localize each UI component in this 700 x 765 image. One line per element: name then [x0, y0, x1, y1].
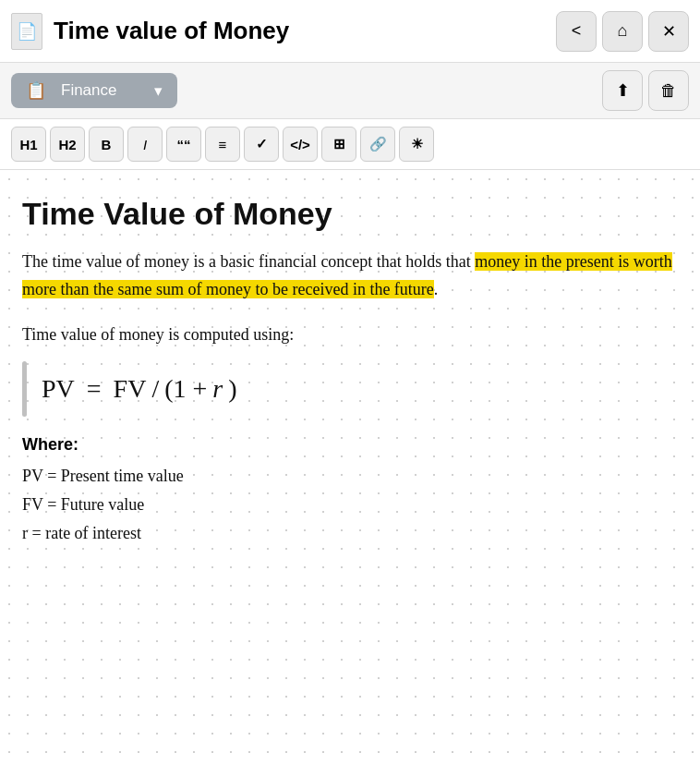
body-text-after: . — [434, 280, 439, 298]
formula-block: PV = FV / (1 + r) — [22, 361, 678, 417]
where-fv: FV = Future value — [22, 491, 678, 519]
check-button[interactable]: ✓ — [244, 127, 279, 162]
where-pv: PV = Present time value — [22, 462, 678, 491]
format-toolbar: H1 H2 B I ““ ≡ ✓ </> ⊞ 🔗 ☀ — [0, 119, 700, 170]
computed-label: Time value of money is computed using: — [22, 325, 678, 345]
article-title: Time Value of Money — [22, 196, 678, 232]
body-text-before: The time value of money is a basic finan… — [22, 252, 475, 271]
formula-slash: / — [151, 374, 159, 404]
formula-lparen: (1 + — [164, 374, 207, 404]
back-button[interactable]: < — [556, 11, 597, 52]
where-r: r = rate of interest — [22, 519, 678, 548]
italic-button[interactable]: I — [127, 127, 163, 162]
article-body: The time value of money is a basic finan… — [22, 249, 678, 303]
formula-pv: PV — [42, 374, 75, 404]
code-button[interactable]: </> — [283, 127, 318, 162]
list-button[interactable]: ≡ — [205, 127, 240, 162]
home-button[interactable]: ⌂ — [602, 11, 643, 52]
content-inner: Time Value of Money The time value of mo… — [22, 196, 678, 547]
page-title: Time value of Money — [54, 17, 289, 45]
formula-r: r — [212, 374, 223, 404]
bulb-button[interactable]: ☀ — [399, 127, 434, 162]
blockquote-bar — [22, 361, 27, 417]
category-label: Finance — [61, 81, 147, 100]
where-title: Where: — [22, 435, 678, 455]
h1-button[interactable]: H1 — [11, 127, 46, 162]
toolbar-row: 📋 Finance ▾ ⬆ 🗑 — [0, 63, 700, 119]
upload-button[interactable]: ⬆ — [602, 70, 643, 111]
where-section: Where: PV = Present time value FV = Futu… — [22, 435, 678, 547]
title-bar-controls: < ⌂ ✕ — [556, 11, 689, 52]
quote-button[interactable]: ““ — [166, 127, 201, 162]
content-area: Time Value of Money The time value of mo… — [0, 170, 700, 765]
doc-icon: 📄 — [11, 13, 42, 50]
table-button[interactable]: ⊞ — [321, 127, 356, 162]
formula-fv: FV — [114, 374, 147, 404]
bold-button[interactable]: B — [89, 127, 124, 162]
formula-equals: = — [80, 374, 108, 404]
toolbar-actions: ⬆ 🗑 — [602, 70, 689, 111]
formula-rparen: ) — [228, 374, 236, 404]
dropdown-arrow-icon: ▾ — [154, 81, 163, 101]
delete-button[interactable]: 🗑 — [648, 70, 689, 111]
category-dropdown[interactable]: 📋 Finance ▾ — [11, 73, 177, 108]
close-button[interactable]: ✕ — [648, 11, 689, 52]
formula-display: PV = FV / (1 + r) — [42, 374, 237, 404]
title-bar: 📄 Time value of Money < ⌂ ✕ — [0, 0, 700, 63]
link-button[interactable]: 🔗 — [360, 127, 395, 162]
h2-button[interactable]: H2 — [50, 127, 85, 162]
title-bar-left: 📄 Time value of Money — [11, 13, 289, 50]
category-icon: 📋 — [26, 80, 46, 101]
